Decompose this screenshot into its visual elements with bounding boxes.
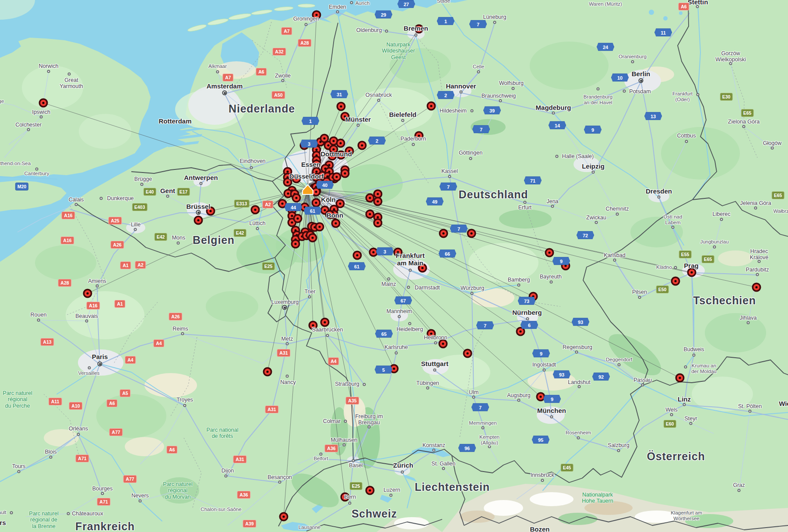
city-dot bbox=[469, 157, 472, 160]
city-label: Metz bbox=[281, 336, 293, 342]
city-dot bbox=[348, 502, 352, 505]
road-shield-badge: E65 bbox=[741, 109, 754, 117]
city-label: Oranienburg bbox=[619, 54, 647, 60]
city-label: Graz bbox=[733, 482, 745, 488]
road-shield-badge: 67 bbox=[394, 296, 412, 305]
city-dot bbox=[183, 404, 186, 407]
city-dot bbox=[216, 70, 219, 74]
city-dot bbox=[281, 79, 285, 82]
road-shield-badge: A28 bbox=[58, 279, 71, 287]
road-shield-badge: 2 bbox=[437, 91, 454, 99]
city-dot bbox=[139, 500, 142, 503]
city-label: Bamberg bbox=[508, 277, 530, 283]
road-shield-badge: 92 bbox=[592, 373, 610, 381]
city-label: Düsseldorf bbox=[289, 173, 324, 180]
country-label: Frankreich bbox=[75, 520, 135, 532]
city-label: Passau bbox=[633, 377, 652, 383]
city-dot bbox=[177, 242, 180, 245]
city-label: Celle bbox=[473, 64, 484, 70]
road-shield-badge: 39 bbox=[483, 106, 501, 115]
road-shield-badge: A25 bbox=[108, 217, 122, 225]
city-dot bbox=[517, 399, 521, 402]
country-label: Liechtenstein bbox=[415, 481, 490, 493]
road-shield-badge: A50 bbox=[271, 91, 285, 99]
city-dot bbox=[578, 385, 581, 388]
capital-city-dot bbox=[196, 210, 201, 215]
city-dot bbox=[344, 420, 347, 423]
city-dot bbox=[690, 422, 693, 425]
city-label: Antwerpen bbox=[184, 174, 218, 181]
city-dot bbox=[623, 90, 626, 93]
road-shield-badge: 2 bbox=[368, 137, 386, 145]
road-shield-badge: 9 bbox=[584, 126, 602, 134]
city-label: Dortmund bbox=[320, 150, 352, 158]
city-dot bbox=[556, 155, 559, 158]
city-dot bbox=[225, 475, 228, 478]
city-label: Jena bbox=[546, 198, 558, 204]
city-dot bbox=[754, 207, 757, 210]
city-label: Tours bbox=[12, 463, 26, 469]
city-label: Saarbrücken bbox=[312, 327, 343, 333]
road-shield-badge: A39 bbox=[243, 520, 256, 528]
capital-city-dot bbox=[639, 78, 644, 83]
road-shield-badge: A36 bbox=[324, 444, 338, 452]
road-shield-badge: 7 bbox=[471, 403, 489, 412]
city-label: Straßburg bbox=[335, 381, 359, 387]
city-dot bbox=[524, 201, 527, 204]
city-dot bbox=[357, 124, 360, 127]
road-shield-badge: M20 bbox=[15, 183, 28, 190]
city-label: Jihlava bbox=[740, 315, 757, 321]
city-dot bbox=[482, 426, 485, 430]
city-label: Groningen bbox=[293, 16, 319, 22]
city-dot bbox=[577, 437, 580, 440]
city-dot bbox=[40, 116, 43, 119]
city-label: Brandenburg an der Havel bbox=[584, 94, 613, 106]
city-label: Prag bbox=[684, 262, 698, 269]
city-dot bbox=[395, 352, 398, 355]
city-label: Heidelberg bbox=[397, 326, 423, 332]
city-label: Liberec bbox=[713, 211, 731, 217]
city-label: Pardubitz bbox=[746, 267, 769, 273]
road-shield-badge: 10 bbox=[611, 74, 629, 82]
city-label: Landshut bbox=[568, 379, 590, 385]
road-shield-badge: 61 bbox=[304, 207, 321, 215]
city-label: Ipswich bbox=[32, 109, 50, 115]
city-label: Krumau an der Moldau bbox=[691, 363, 717, 374]
city-label: Paris bbox=[92, 353, 108, 360]
city-dot bbox=[756, 273, 759, 276]
road-shield-badge: 93 bbox=[572, 318, 589, 326]
city-label: Karlsruhe bbox=[384, 344, 408, 350]
road-shield-badge: E30 bbox=[720, 93, 733, 101]
road-shield-badge: 71 bbox=[524, 176, 542, 185]
city-dot bbox=[720, 218, 723, 221]
map-canvas[interactable]: NorwichGreat YarmouthIpswichColchesterCa… bbox=[0, 0, 788, 532]
road-shield-badge: A4 bbox=[153, 339, 164, 347]
city-label: Tübingen bbox=[416, 380, 439, 386]
road-shield-badge: 95 bbox=[532, 436, 549, 444]
city-label: Great Yarmouth bbox=[60, 77, 83, 90]
city-dot bbox=[67, 512, 70, 515]
city-label: Frankfurt (Oder) bbox=[672, 91, 693, 102]
road-shield-badge: A7 bbox=[222, 74, 233, 81]
city-label: Leipzig bbox=[582, 162, 605, 170]
city-label: Zwickau bbox=[586, 215, 606, 221]
city-dot bbox=[749, 410, 752, 413]
road-shield-badge: A71 bbox=[97, 498, 110, 506]
city-dot bbox=[512, 87, 515, 90]
city-label: Kempten (Allgäu) bbox=[479, 434, 500, 446]
city-label: Dunkerque bbox=[107, 195, 134, 201]
city-label: Kladno bbox=[656, 264, 672, 270]
road-shield-badge: 73 bbox=[518, 297, 535, 305]
road-shield-badge: E65 bbox=[702, 255, 714, 263]
road-shield-badge: A16 bbox=[86, 302, 100, 310]
city-dot bbox=[543, 369, 546, 372]
road-shield-badge: 9 bbox=[543, 395, 561, 403]
city-label: Augsburg bbox=[507, 392, 531, 398]
city-label: Zwolle bbox=[275, 73, 291, 79]
city-dot bbox=[77, 433, 80, 436]
city-label: Eindhoven bbox=[239, 158, 265, 164]
park-label: Parc naturel régional de la Brenne bbox=[29, 511, 58, 529]
city-label: Zielona Góra bbox=[728, 119, 760, 125]
road-shield-badge: E55 bbox=[679, 250, 692, 258]
city-label: Köln bbox=[321, 196, 335, 203]
